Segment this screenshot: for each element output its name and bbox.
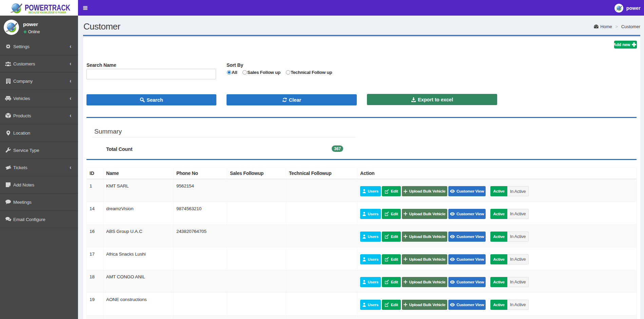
svg-text:BECAUSE KNOWLEDGE IS POWER: BECAUSE KNOWLEDGE IS POWER [28, 11, 66, 14]
